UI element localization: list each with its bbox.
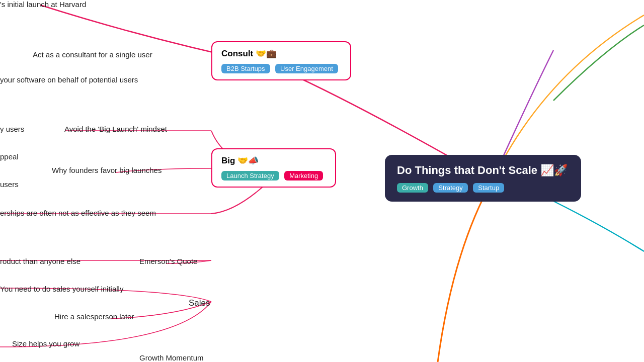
tag-user-engagement[interactable]: User Engagement <box>275 64 338 73</box>
main-node[interactable]: Do Things that Don't Scale 📈🚀 Growth Str… <box>385 155 581 202</box>
consult-title: Consult 🤝💼 <box>221 48 341 59</box>
hire-sales-text: Hire a salesperson later <box>54 312 134 321</box>
growth-momentum-text: Growth Momentum <box>139 353 204 362</box>
sales-label-text: Sales <box>189 298 210 308</box>
users2-text: users <box>0 180 19 189</box>
tag-startup[interactable]: Startup <box>473 183 504 193</box>
consult-node[interactable]: Consult 🤝💼 B2B Startups User Engagement <box>211 41 351 80</box>
consultant-text: Act as a consultant for a single user <box>33 50 152 59</box>
ppeal-text: ppeal <box>0 152 19 161</box>
harvard-text: 's initial launch at Harvard <box>0 0 86 9</box>
tag-b2b-startups[interactable]: B2B Startups <box>221 64 270 73</box>
big-title: Big 🤝📣 <box>221 155 326 166</box>
sales-self-text: You need to do sales yourself initially <box>0 285 123 293</box>
product-text: roduct than anyone else <box>0 257 80 265</box>
avoid-text: Avoid the 'Big Launch' mindset <box>64 125 167 133</box>
yusers-text: y users <box>0 125 24 133</box>
size-helps-text: Size helps you grow <box>12 339 79 348</box>
tag-launch-strategy[interactable]: Launch Strategy <box>221 171 279 180</box>
partnerships-text: erships are often not as effective as th… <box>0 209 156 217</box>
whyfounders-text: Why founders favor big launches <box>52 166 162 174</box>
emerson-text: Emerson's Quote <box>139 257 197 265</box>
big-node[interactable]: Big 🤝📣 Launch Strategy Marketing <box>211 148 336 188</box>
tag-marketing[interactable]: Marketing <box>284 171 323 180</box>
tag-strategy[interactable]: Strategy <box>433 183 467 193</box>
tag-growth[interactable]: Growth <box>397 183 428 193</box>
behalf-text: your software on behalf of potential use… <box>0 75 138 84</box>
main-node-title: Do Things that Don't Scale 📈🚀 <box>397 164 569 177</box>
